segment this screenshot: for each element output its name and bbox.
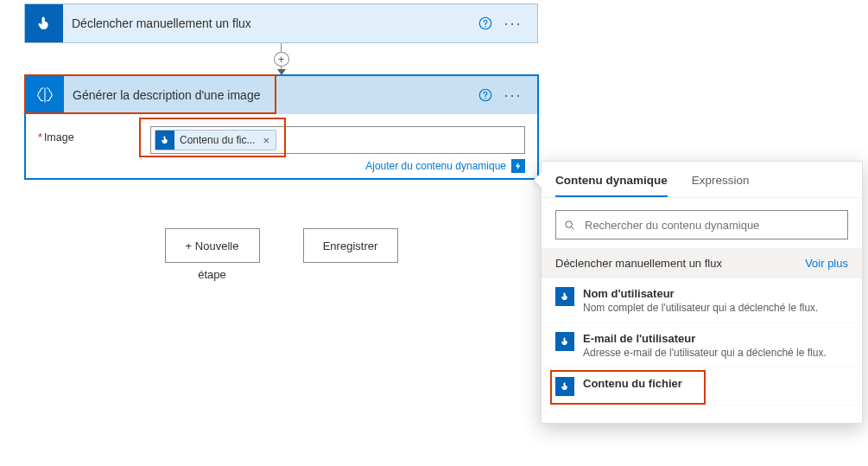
- dynamic-content-badge[interactable]: [511, 159, 525, 173]
- item-desc: Adresse e-mail de l'utilisateur qui a dé…: [583, 347, 827, 359]
- save-button[interactable]: Enregistrer: [303, 228, 398, 263]
- dynamic-content-panel: Contenu dynamique Expression Déclencher …: [541, 161, 863, 424]
- search-input[interactable]: [583, 218, 840, 233]
- new-step-button[interactable]: + Nouvelle: [165, 228, 260, 263]
- dc-item-file-content[interactable]: Contenu du fichier: [542, 368, 862, 405]
- search-icon: [563, 219, 576, 232]
- trigger-help-button[interactable]: [473, 11, 497, 35]
- trigger-more-button[interactable]: ···: [497, 15, 529, 33]
- dc-item-username[interactable]: Nom d'utilisateur Nom complet de l'utili…: [542, 278, 862, 323]
- help-icon: [478, 87, 493, 103]
- section-title: Déclencher manuellement un flux: [555, 257, 722, 270]
- action-title: Générer la description d'une image: [73, 88, 473, 102]
- insert-step-button[interactable]: +: [274, 52, 289, 67]
- connector: +: [24, 43, 538, 74]
- item-title: Contenu du fichier: [583, 377, 682, 390]
- touch-icon: [35, 15, 53, 32]
- add-dynamic-content-link[interactable]: Ajouter du contenu dynamique: [365, 160, 506, 172]
- tab-dynamic-content[interactable]: Contenu dynamique: [555, 174, 668, 197]
- token-label: Contenu du fic...: [180, 134, 255, 146]
- param-label-image: *Image: [38, 126, 150, 144]
- trigger-icon: [25, 4, 63, 42]
- item-desc: Nom complet de l'utilisateur qui a décle…: [583, 302, 818, 314]
- token-icon: [155, 131, 174, 150]
- token-remove-button[interactable]: ×: [260, 134, 272, 147]
- item-icon: [555, 287, 574, 306]
- brain-icon: [35, 86, 54, 105]
- new-step-sublabel: étape: [165, 268, 260, 281]
- bolt-icon: [514, 162, 523, 170]
- item-title: E-mail de l'utilisateur: [583, 332, 827, 345]
- search-box[interactable]: [555, 210, 848, 239]
- see-more-link[interactable]: Voir plus: [805, 257, 848, 270]
- trigger-title: Déclencher manuellement un flux: [72, 16, 473, 30]
- action-icon: [26, 76, 64, 114]
- panel-caret: [534, 172, 542, 188]
- param-input-image[interactable]: Contenu du fic... ×: [150, 126, 525, 154]
- item-icon: [555, 332, 574, 351]
- tab-expression[interactable]: Expression: [692, 174, 750, 197]
- item-title: Nom d'utilisateur: [583, 287, 818, 300]
- action-card[interactable]: Générer la description d'une image ··· *…: [24, 74, 539, 180]
- trigger-card[interactable]: Déclencher manuellement un flux ···: [24, 3, 538, 43]
- token-contenu-fichier[interactable]: Contenu du fic... ×: [155, 130, 276, 150]
- dc-item-email[interactable]: E-mail de l'utilisateur Adresse e-mail d…: [542, 323, 862, 368]
- item-icon: [555, 377, 574, 396]
- section-header: Déclencher manuellement un flux Voir plu…: [542, 248, 862, 278]
- action-help-button[interactable]: [473, 83, 497, 107]
- action-more-button[interactable]: ···: [497, 86, 529, 105]
- help-icon: [478, 16, 493, 31]
